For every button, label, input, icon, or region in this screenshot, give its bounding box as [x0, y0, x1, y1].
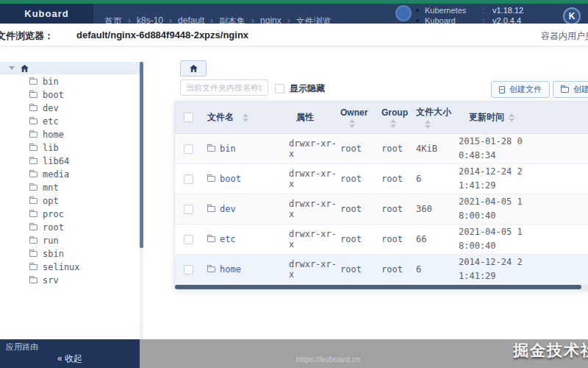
app-logo[interactable]: Kuboard [0, 4, 93, 24]
app-logo-text: Kuboard [24, 8, 68, 19]
tree-item-opt[interactable]: opt [0, 194, 140, 208]
kubernetes-version-value: v1.18.12 [492, 5, 523, 15]
column-header-updated[interactable]: 更新时间 [459, 111, 588, 124]
home-icon [190, 65, 198, 72]
main-content: bin boot dev etc home lib lib64 media mn… [0, 46, 588, 339]
show-hidden-toggle: 显示隐藏 [275, 82, 325, 95]
user-avatar[interactable] [395, 5, 412, 21]
folder-icon [29, 198, 37, 204]
tree-item-proc[interactable]: proc [0, 208, 140, 221]
create-file-button[interactable]: 创建文件 [491, 81, 550, 98]
file-link[interactable]: boot [220, 174, 241, 184]
file-link[interactable]: etc [220, 234, 236, 244]
select-all-checkbox[interactable] [184, 113, 193, 122]
breadcrumb-namespace[interactable]: default [178, 15, 204, 24]
tree-item-boot[interactable]: boot [0, 88, 140, 102]
kuboard-version-value: v2.0.4.4 [492, 15, 521, 24]
folder-icon [29, 145, 37, 151]
table-row-home[interactable]: home drwxr-xr-x root root 6 2014-12-24 2… [175, 255, 588, 285]
table-horizontal-scrollbar[interactable] [175, 285, 588, 289]
table-row-bin[interactable]: bin drwxr-xr-x root root 4KiB 2015-01-28… [175, 134, 588, 164]
tree-item-sbin[interactable]: sbin [0, 247, 140, 261]
show-hidden-checkbox[interactable] [275, 84, 284, 93]
tree-item-bin[interactable]: bin [0, 75, 140, 88]
breadcrumb-pod[interactable]: nginx [260, 15, 282, 24]
row-checkbox[interactable] [184, 144, 193, 154]
file-browser-label: 文件浏览器： [0, 29, 54, 43]
row-checkbox[interactable] [184, 265, 193, 275]
watermark: 掘金技术社区 [513, 340, 588, 361]
sort-icons[interactable] [390, 119, 396, 128]
breadcrumb-separator-icon [168, 15, 173, 24]
folder-icon [29, 118, 37, 124]
tree-item-dev[interactable]: dev [0, 102, 140, 115]
footer-strip: 应用路由 « 收起 https://kuboard.cn 掘金技术社区 [0, 339, 588, 368]
file-browser-titlebar: 文件浏览器： default/nginx-6d884f9448-2xpzs/ng… [0, 24, 588, 46]
breadcrumb-workload[interactable]: 副本集 [219, 15, 245, 24]
caret-down-icon[interactable] [9, 66, 15, 70]
column-header-attr: 属性 [287, 111, 340, 124]
kuboard-file-browser-page: Kuboard 首页 k8s-10 default 副本集 nginx 文件浏览… [0, 0, 588, 368]
kuboard-version-label: Kuboard [425, 15, 482, 24]
folder-icon [29, 251, 37, 257]
sidebar-item-app-routes[interactable]: 应用路由 [6, 342, 38, 353]
table-row-etc[interactable]: etc drwxr-xr-x root root 66 2021-04-05 1… [175, 224, 588, 255]
breadcrumb-current: 文件浏览 [296, 15, 331, 24]
go-home-button[interactable] [180, 60, 207, 77]
column-header-size[interactable]: 文件大小 [416, 106, 459, 129]
filter-input[interactable] [180, 79, 268, 96]
column-header-owner[interactable]: Owner [340, 107, 381, 128]
folder-icon [207, 236, 215, 242]
breadcrumb-cluster[interactable]: k8s-10 [137, 15, 163, 24]
sidebar-collapse-button[interactable]: « 收起 [0, 353, 140, 365]
kuboard-badge-icon[interactable]: K [563, 7, 581, 24]
breadcrumb-home[interactable]: 首页 [104, 15, 122, 24]
tree-item-mnt[interactable]: mnt [0, 181, 140, 194]
sort-icons[interactable] [243, 113, 248, 122]
tree-item-srv[interactable]: srv [0, 274, 140, 287]
tree-item-selinux[interactable]: selinux [0, 261, 140, 274]
folder-icon [207, 176, 215, 182]
tree-scrollbar[interactable] [140, 62, 143, 340]
folder-icon [29, 105, 37, 111]
app-header: Kuboard 首页 k8s-10 default 副本集 nginx 文件浏览… [0, 0, 588, 24]
column-header-group[interactable]: Group [381, 107, 416, 128]
bullet-icon [416, 19, 419, 22]
table-row-boot[interactable]: boot drwxr-xr-x root root 6 2014-12-24 2… [175, 164, 588, 194]
container-path: default/nginx-6d884f9448-2xpzs/nginx [76, 29, 248, 40]
tree-item-run[interactable]: run [0, 234, 140, 247]
table-horizontal-scrollbar-thumb[interactable] [175, 285, 581, 289]
folder-icon [207, 146, 215, 152]
folder-icon [29, 79, 37, 85]
folder-icon [29, 158, 37, 164]
tree-item-lib64[interactable]: lib64 [0, 155, 140, 168]
file-link[interactable]: dev [220, 204, 236, 214]
create-folder-button[interactable]: 创建文件夹 [553, 81, 588, 98]
column-header-filename[interactable]: 文件名 [201, 111, 287, 124]
table-header: 文件名 属性 Owner Group 文件大小 [175, 102, 588, 134]
status-url: https://kuboard.cn [296, 355, 360, 364]
tree-item-root[interactable]: root [0, 221, 140, 234]
sort-icons[interactable] [509, 113, 514, 122]
tree-item-home[interactable]: home [0, 128, 140, 141]
row-checkbox[interactable] [184, 205, 193, 214]
folder-icon [29, 171, 37, 177]
row-checkbox[interactable] [184, 174, 193, 184]
table-row-dev[interactable]: dev drwxr-xr-x root root 360 2021-04-05 … [175, 194, 588, 224]
file-link[interactable]: home [220, 264, 241, 275]
container-user-label: 容器内用户身份 [541, 30, 588, 43]
file-link[interactable]: bin [220, 144, 236, 154]
folder-icon [29, 238, 37, 244]
breadcrumb-separator-icon [209, 15, 215, 24]
row-checkbox[interactable] [184, 235, 193, 244]
sort-icons[interactable] [349, 119, 355, 128]
folder-icon [29, 211, 37, 217]
sort-icons[interactable] [425, 120, 431, 129]
colon: : [482, 5, 492, 15]
breadcrumb: 首页 k8s-10 default 副本集 nginx 文件浏览 [104, 15, 331, 24]
tree-item-media[interactable]: media [0, 168, 140, 181]
tree-root-node[interactable] [0, 62, 140, 74]
tree-item-lib[interactable]: lib [0, 141, 140, 155]
tree-scrollbar-thumb[interactable] [140, 62, 143, 248]
tree-item-etc[interactable]: etc [0, 115, 140, 128]
